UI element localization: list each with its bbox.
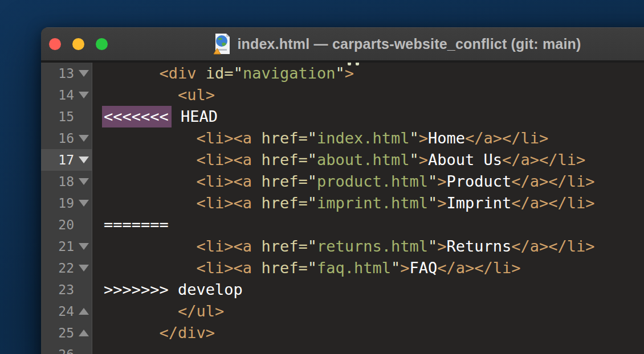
token-tag: > <box>345 64 354 82</box>
line-number[interactable]: 17 <box>41 153 74 167</box>
gutter-row-15[interactable]: 15 <box>41 106 92 127</box>
code-line-25[interactable]: </div> <box>104 322 644 344</box>
gutter-row-16[interactable]: 16 <box>41 127 92 149</box>
gutter-row-13[interactable]: 13 <box>41 63 92 84</box>
gutter-row-19[interactable]: 19 <box>41 192 92 214</box>
token-txt: ======= <box>104 216 169 233</box>
token-tag: </div> <box>160 324 215 341</box>
token-str: about.html <box>317 151 410 168</box>
editor-content: 1314151617181920212223242526 <div id="na… <box>41 60 644 354</box>
line-number[interactable]: 21 <box>41 239 74 254</box>
fold-down-icon[interactable] <box>79 135 89 142</box>
token-str: imprint.html <box>317 194 428 212</box>
token-quo: " <box>428 172 437 190</box>
token-attr: href= <box>261 172 307 190</box>
line-number[interactable]: 26 <box>41 347 74 354</box>
token-attr: href= <box>261 194 307 212</box>
token-sp <box>104 129 197 147</box>
code-line-14[interactable]: <ul> <box>104 84 644 106</box>
code-line-21[interactable]: <li><a href="returns.html">Returns</a></… <box>104 236 644 257</box>
token-tag: <li><a <box>197 194 252 212</box>
line-number[interactable]: 24 <box>41 304 74 319</box>
fold-up-icon[interactable] <box>79 330 89 336</box>
gutter-row-18[interactable]: 18 <box>41 171 92 192</box>
fold-up-icon[interactable] <box>79 308 89 315</box>
code-line-23[interactable]: >>>>>>> develop <box>104 279 644 301</box>
gutter-row-17[interactable]: 17 <box>41 149 92 171</box>
token-str: returns.html <box>317 237 428 255</box>
zoom-button[interactable] <box>96 38 108 50</box>
title-group: index.html — carparts-website_conflict (… <box>213 33 581 55</box>
token-attr: href= <box>261 237 307 255</box>
gutter-row-20[interactable]: 20 <box>41 214 92 236</box>
line-number[interactable]: 22 <box>41 261 74 275</box>
line-number[interactable]: 15 <box>41 109 74 124</box>
window-title: index.html — carparts-website_conflict (… <box>237 36 581 52</box>
line-number[interactable]: 20 <box>41 217 74 232</box>
token-sp <box>252 237 261 255</box>
token-attr: href= <box>261 129 307 147</box>
token-tag: > <box>400 259 409 277</box>
token-tag: > <box>419 151 428 168</box>
token-quo: " <box>428 194 437 212</box>
fold-down-icon[interactable] <box>79 243 89 250</box>
token-attr: href= <box>261 151 307 168</box>
code-line-26[interactable] <box>104 344 644 354</box>
gutter-row-25[interactable]: 25 <box>41 322 92 344</box>
code-line-17[interactable]: <li><a href="about.html">About Us</a></l… <box>104 149 644 171</box>
line-number[interactable]: 18 <box>41 174 74 189</box>
token-tag: <div <box>160 64 197 82</box>
token-attr: id= <box>206 64 234 82</box>
token-sp <box>104 64 160 82</box>
gutter-row-26[interactable]: 26 <box>41 344 92 354</box>
title-bar[interactable]: index.html — carparts-website_conflict (… <box>41 27 644 60</box>
fold-down-icon[interactable] <box>79 265 89 271</box>
code-lines[interactable]: <div id="navigation"> <ul><<<<<<< HEAD <… <box>92 63 644 354</box>
fold-down-icon[interactable] <box>79 157 89 163</box>
token-tag: </ul> <box>178 302 224 320</box>
fold-down-icon[interactable] <box>79 178 89 185</box>
fold-down-icon[interactable] <box>79 70 89 77</box>
gutter-row-23[interactable]: 23 <box>41 279 92 301</box>
token-tag: </a></li> <box>465 129 548 147</box>
token-quo: " <box>308 129 317 147</box>
line-number[interactable]: 19 <box>41 196 74 211</box>
close-button[interactable] <box>49 38 61 50</box>
code-line-20[interactable]: ======= <box>104 214 644 236</box>
token-tag: </a></li> <box>502 151 585 168</box>
token-tag: </a></li> <box>511 194 594 212</box>
line-number[interactable]: 25 <box>41 326 74 340</box>
token-sp <box>252 259 261 277</box>
line-number[interactable]: 23 <box>41 282 74 297</box>
token-tag: > <box>419 129 428 147</box>
token-str: index.html <box>317 129 410 147</box>
code-line-16[interactable]: <li><a href="index.html">Home</a></li> <box>104 127 644 149</box>
gutter-row-21[interactable]: 21 <box>41 236 92 257</box>
minimize-button[interactable] <box>72 38 84 50</box>
code-line-18[interactable]: <li><a href="product.html">Product</a></… <box>104 171 644 192</box>
fold-down-icon[interactable] <box>79 92 89 98</box>
token-tag: <li><a <box>197 259 252 277</box>
code-line-15[interactable]: <<<<<<< HEAD <box>104 106 644 127</box>
code-line-19[interactable]: <li><a href="imprint.html">Imprint</a></… <box>104 192 644 214</box>
token-str: product.html <box>317 172 428 190</box>
token-txt: Home <box>428 129 465 147</box>
line-number[interactable]: 13 <box>41 66 74 81</box>
line-number[interactable]: 16 <box>41 131 74 146</box>
gutter-row-22[interactable]: 22 <box>41 257 92 279</box>
line-number[interactable]: 14 <box>41 88 74 102</box>
token-quo: " <box>308 172 317 190</box>
code-line-22[interactable]: <li><a href="faq.html">FAQ</a></li> <box>104 257 644 279</box>
token-tag: <li><a <box>197 151 252 168</box>
token-txt: About Us <box>428 151 502 168</box>
token-txt: HEAD <box>172 108 218 125</box>
gutter-row-14[interactable]: 14 <box>41 84 92 106</box>
token-sp <box>197 64 206 82</box>
code-line-24[interactable]: </ul> <box>104 301 644 322</box>
code-line-13[interactable]: <div id="navigation"> <box>104 63 644 84</box>
conflict-marker: <<<<<<< <box>102 106 172 127</box>
fold-down-icon[interactable] <box>79 200 89 207</box>
token-sp <box>104 237 197 255</box>
gutter-row-24[interactable]: 24 <box>41 301 92 322</box>
token-sp <box>104 151 197 168</box>
